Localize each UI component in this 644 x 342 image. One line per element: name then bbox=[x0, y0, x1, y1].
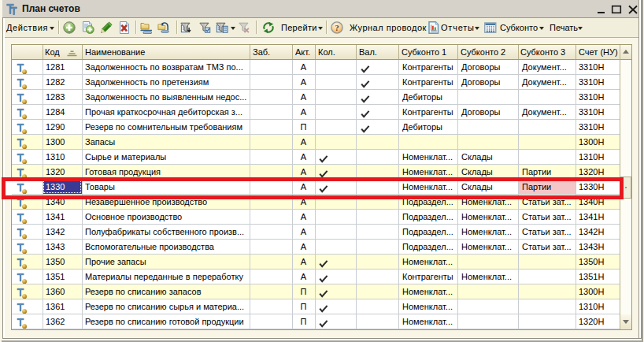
svg-text:?: ? bbox=[335, 24, 339, 32]
